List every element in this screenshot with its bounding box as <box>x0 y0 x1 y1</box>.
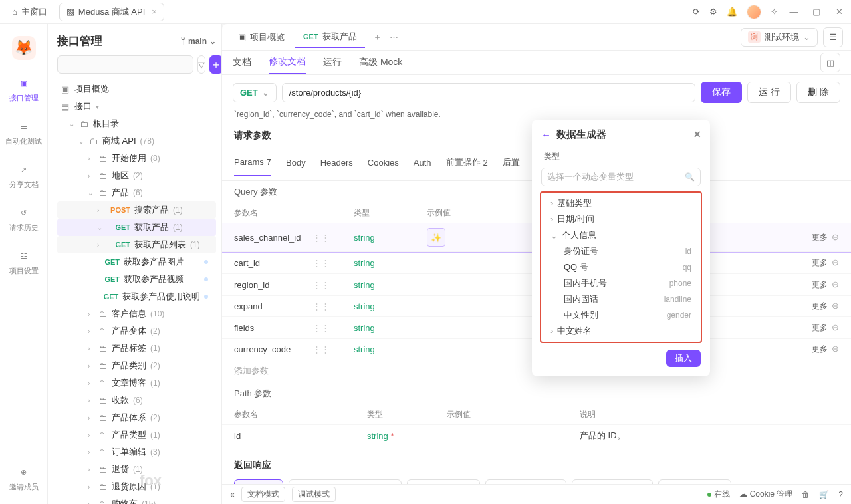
tab-more[interactable]: ⋯ <box>390 32 398 42</box>
tree-return-reason[interactable]: ›🗀退货原因 (1) <box>57 478 216 495</box>
tree-categories[interactable]: ›🗀产品类别 (2) <box>57 357 216 374</box>
minus-icon[interactable]: ⊖ <box>832 257 839 267</box>
tree-payment[interactable]: ›🗀收款 (6) <box>57 392 216 409</box>
drag-handle-icon[interactable]: ⋮⋮ <box>312 301 330 311</box>
cart-icon[interactable]: 🛒 <box>819 490 829 499</box>
tab-add[interactable]: ＋ <box>373 31 382 43</box>
minimize-button[interactable]: — <box>787 7 800 17</box>
minus-icon[interactable]: ⊖ <box>832 232 839 242</box>
close-icon[interactable]: × <box>693 128 701 142</box>
cookie-mgr[interactable]: ☁ Cookie 管理 <box>739 489 792 500</box>
drag-handle-icon[interactable]: ⋮⋮ <box>312 344 330 354</box>
minus-icon[interactable]: ⊖ <box>832 322 839 332</box>
tree-customer[interactable]: ›🗀客户信息 (10) <box>57 305 216 322</box>
rail-invite[interactable]: ⊕邀请成员 <box>9 465 39 492</box>
delete-button[interactable]: 删 除 <box>796 82 840 103</box>
row-more[interactable]: 更多 <box>812 280 828 289</box>
doc-mode[interactable]: 文档模式 <box>241 487 285 502</box>
drag-handle-icon[interactable]: ⋮⋮ <box>312 323 330 333</box>
minus-icon[interactable]: ⊖ <box>832 344 839 354</box>
rail-history[interactable]: ↺请求历史 <box>9 205 39 233</box>
run-button[interactable]: 运 行 <box>747 82 791 103</box>
close-button[interactable]: ✕ <box>832 7 846 17</box>
collapse-icon[interactable]: « <box>230 490 235 499</box>
magic-wand-icon[interactable]: ✨ <box>427 228 445 247</box>
tree-get-product-manual[interactable]: GET 获取参产品使用说明 <box>57 288 216 305</box>
row-more[interactable]: 更多 <box>812 301 828 311</box>
row-more[interactable]: 更多 <box>812 258 828 267</box>
tab-overview[interactable]: ▣项目概览 <box>230 27 293 47</box>
subtab-doc[interactable]: 文档 <box>233 51 251 74</box>
row-more[interactable]: 更多 <box>812 233 828 242</box>
ptab-params[interactable]: Params 7 <box>234 148 271 176</box>
ptab-cookies[interactable]: Cookies <box>368 148 399 176</box>
url-input[interactable]: /store/products/{id} <box>282 83 695 102</box>
tree-products[interactable]: ⌄🗀产品 (6) <box>57 184 216 201</box>
ptab-post[interactable]: 后置 <box>503 148 520 176</box>
group-personal[interactable]: 个人信息 <box>541 227 701 243</box>
project-overview[interactable]: ▣项目概览 <box>57 80 216 98</box>
search-input[interactable] <box>57 55 193 74</box>
row-more[interactable]: 更多 <box>812 344 828 354</box>
drag-handle-icon[interactable]: ⋮⋮ <box>312 280 330 290</box>
debug-mode[interactable]: 调试模式 <box>292 487 336 502</box>
tree-product-types[interactable]: ›🗀产品类型 (1) <box>57 426 216 443</box>
subtab-edit[interactable]: 修改文档 <box>269 51 306 74</box>
rail-share[interactable]: ↗分享文档 <box>9 162 39 189</box>
group-cnname[interactable]: 中文姓名 <box>541 323 701 339</box>
avatar[interactable] <box>747 5 761 19</box>
drag-handle-icon[interactable]: ⋮⋮ <box>312 233 330 243</box>
tree-search-product[interactable]: ›POST 搜索产品 (1) <box>57 201 216 219</box>
group-basic[interactable]: 基础类型 <box>541 195 701 211</box>
tab-getproduct[interactable]: GET获取产品 <box>295 27 365 48</box>
opt-idcard[interactable]: 身份证号id <box>541 243 701 259</box>
minus-icon[interactable]: ⊖ <box>832 279 839 289</box>
tree-root[interactable]: ▤接口 ▾ <box>57 98 216 115</box>
split-view-button[interactable]: ◫ <box>820 53 840 72</box>
tree-variants[interactable]: ›🗀产品变体 (2) <box>57 322 216 340</box>
ptab-headers[interactable]: Headers <box>320 148 353 176</box>
tree-get-product-img[interactable]: GET 获取参产品图片 <box>57 253 216 271</box>
app-logo[interactable]: 🦊 <box>12 36 36 60</box>
add-button[interactable]: ＋ <box>209 55 222 74</box>
ptab-body[interactable]: Body <box>286 148 306 176</box>
gear-icon[interactable]: ⚙ <box>709 7 717 17</box>
ptab-pre[interactable]: 前置操作 2 <box>446 148 488 176</box>
close-icon[interactable]: × <box>152 7 157 17</box>
tree-mall-api[interactable]: ⌄🗀商城 API (78) <box>57 132 216 150</box>
opt-qq[interactable]: QQ 号qq <box>541 259 701 275</box>
subtab-run[interactable]: 运行 <box>323 51 342 74</box>
rail-settings[interactable]: ☳项目设置 <box>9 249 39 276</box>
tree-product-sys[interactable]: ›🗀产品体系 (2) <box>57 409 216 426</box>
opt-gender[interactable]: 中文性别gender <box>541 307 701 323</box>
opt-phone[interactable]: 国内手机号phone <box>541 275 701 291</box>
tree-rootdir[interactable]: ⌄🗀根目录 <box>57 115 216 132</box>
tree-region[interactable]: ›🗀地区 (2) <box>57 167 216 184</box>
minus-icon[interactable]: ⊖ <box>832 301 839 311</box>
maximize-button[interactable]: ▢ <box>810 7 823 17</box>
tab-project[interactable]: ▧ Medusa 商城 API × <box>59 3 164 21</box>
insert-button[interactable]: 插入 <box>666 350 701 367</box>
subtab-mock[interactable]: 高级 Mock <box>359 51 402 74</box>
help-icon[interactable]: ? <box>838 490 843 499</box>
filter-button[interactable]: ▽ <box>197 55 205 74</box>
tree-get-product[interactable]: ⌄GET 获取产品 (1) <box>57 219 216 236</box>
pin-icon[interactable]: ✧ <box>771 7 778 17</box>
tree-getting-started[interactable]: ›🗀开始使用 (8) <box>57 150 216 167</box>
path-row[interactable]: id string * 产品的 ID。 <box>222 425 851 447</box>
branch-selector[interactable]: ᛘ main ⌄ <box>181 37 216 46</box>
tree-return[interactable]: ›🗀退货 (1) <box>57 461 216 478</box>
group-datetime[interactable]: 日期/时间 <box>541 211 701 227</box>
recycle-icon[interactable]: 🗑 <box>802 490 810 499</box>
rail-autotest[interactable]: ☱自动化测试 <box>5 119 42 146</box>
ptab-auth[interactable]: Auth <box>414 148 431 176</box>
tree-blog[interactable]: ›🗀文章博客 (1) <box>57 374 216 392</box>
refresh-icon[interactable]: ⟳ <box>693 7 700 17</box>
method-selector[interactable]: GET⌄ <box>233 83 277 102</box>
row-more[interactable]: 更多 <box>812 323 828 332</box>
layout-button[interactable]: ☰ <box>823 27 843 47</box>
tree-get-product-video[interactable]: GET 获取参产品视频 <box>57 271 216 288</box>
back-icon[interactable]: ← <box>541 129 551 140</box>
tree-order-edit[interactable]: ›🗀订单编辑 (3) <box>57 443 216 461</box>
rail-api[interactable]: ▣接口管理 <box>9 76 39 103</box>
